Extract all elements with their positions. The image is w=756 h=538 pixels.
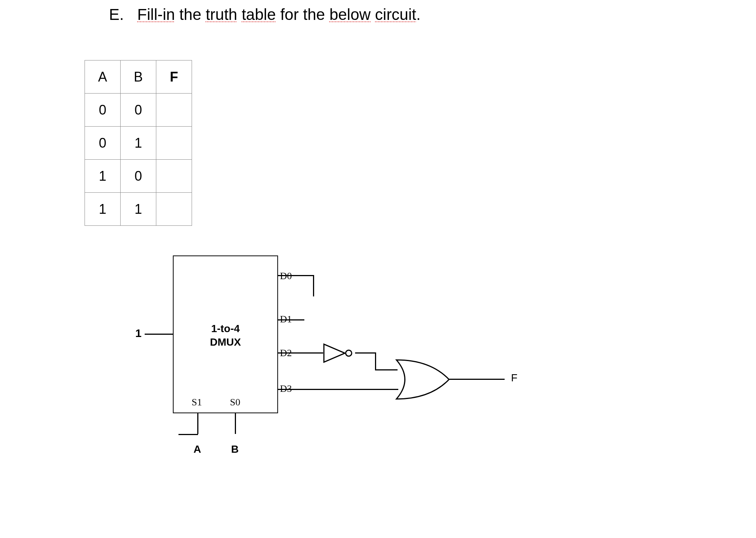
wire-d1 xyxy=(278,319,304,320)
input-value-label: 1 xyxy=(135,327,142,340)
cell-f[interactable] xyxy=(156,193,192,226)
wire-inv-out xyxy=(355,352,376,354)
q-text-1: Fill-in xyxy=(137,6,175,23)
q-text-2: the xyxy=(175,6,206,23)
cell-a: 1 xyxy=(85,193,121,226)
cell-b: 1 xyxy=(121,193,156,226)
port-d1-label: D1 xyxy=(280,314,549,325)
cell-b: 1 xyxy=(121,127,156,160)
select-a-label: A xyxy=(194,443,201,455)
table-row: 0 0 xyxy=(85,94,192,127)
cell-f[interactable] xyxy=(156,160,192,193)
wire-output-f xyxy=(448,379,505,380)
header-f: F xyxy=(156,60,192,94)
header-a: A xyxy=(85,60,121,94)
dmux-title: 1-to-4 DMUX xyxy=(210,322,241,349)
wire-inv-to-or xyxy=(375,369,398,370)
cell-b: 0 xyxy=(121,160,156,193)
not-gate-icon xyxy=(323,343,357,364)
q-text-10: . xyxy=(416,6,421,23)
q-text-5: table xyxy=(242,6,276,23)
truth-table: A B F 0 0 0 1 1 0 1 1 xyxy=(85,60,192,226)
list-letter: E. xyxy=(109,6,124,23)
table-header-row: A B F xyxy=(85,60,192,94)
wire-d2 xyxy=(278,352,323,354)
q-text-4 xyxy=(237,6,242,23)
q-text-7: below xyxy=(330,6,371,23)
wire-d0-stub xyxy=(313,275,314,296)
table-row: 0 1 xyxy=(85,127,192,160)
dmux-component: 1-to-4 DMUX S1 S0 xyxy=(173,255,278,413)
q-text-6: for the xyxy=(276,6,329,23)
table-row: 1 1 xyxy=(85,193,192,226)
table-row: 1 0 xyxy=(85,160,192,193)
svg-point-1 xyxy=(346,350,352,356)
output-f-label: F xyxy=(511,372,517,384)
port-s0-label: S0 xyxy=(230,397,240,408)
wire-s1 xyxy=(197,413,198,434)
cell-f[interactable] xyxy=(156,94,192,127)
svg-marker-0 xyxy=(324,344,345,362)
cell-a: 0 xyxy=(85,127,121,160)
port-s1-label: S1 xyxy=(192,397,202,408)
circuit-diagram: 1 1-to-4 DMUX S1 S0 D0 D1 D2 D3 A B F xyxy=(120,255,534,481)
dmux-line2: DMUX xyxy=(210,335,241,349)
question-heading: E. Fill-in the truth table for the below… xyxy=(109,6,420,24)
q-text-3: truth xyxy=(206,6,237,23)
q-text-8 xyxy=(370,6,375,23)
wire-d0 xyxy=(278,275,314,276)
cell-a: 0 xyxy=(85,94,121,127)
q-text-9: circuit xyxy=(375,6,416,23)
wire-inv-down xyxy=(375,352,376,370)
wire-s1-horz xyxy=(178,434,198,435)
cell-b: 0 xyxy=(121,94,156,127)
wire-d3 xyxy=(278,389,398,390)
wire-s0 xyxy=(235,413,236,434)
wire-input xyxy=(145,334,173,335)
cell-a: 1 xyxy=(85,160,121,193)
port-d0-label: D0 xyxy=(280,271,549,282)
select-b-label: B xyxy=(231,443,239,455)
header-b: B xyxy=(121,60,156,94)
dmux-line1: 1-to-4 xyxy=(210,322,241,335)
cell-f[interactable] xyxy=(156,127,192,160)
